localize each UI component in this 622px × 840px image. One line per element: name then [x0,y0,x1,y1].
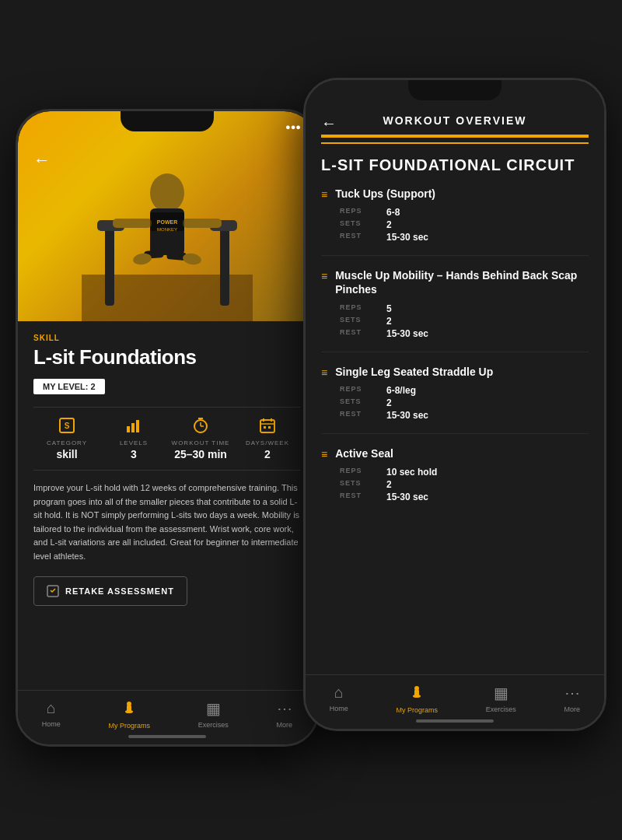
home-indicator-right [416,719,494,723]
programs-label-right: My Programs [397,706,439,714]
exercise-name-row-3: ≡ Single Leg Seated Straddle Up [321,365,589,379]
header-divider-thin [321,142,589,144]
svg-point-5 [150,173,184,212]
reps-label-1: REPS [340,207,386,218]
home-icon-right: ⌂ [334,684,344,702]
svg-rect-1 [105,228,114,306]
exercise-details-4: REPS 10 sec hold SETS 2 REST 15-30 sec [340,467,589,502]
home-indicator-left [128,735,206,738]
sets-value-2: 2 [386,316,589,327]
levels-icon [100,417,167,438]
svg-rect-7 [113,219,152,228]
exercise-list: ≡ Tuck Ups (Support) REPS 6-8 SETS 2 RES… [306,187,604,703]
levels-label: LEVELS [100,439,167,446]
time-label: WORKOUT TIME [167,439,234,446]
programs-label-left: My Programs [109,722,151,730]
phone-right-screen: ← WORKOUT OVERVIEW L-SIT FOUNDATIONAL CI… [306,80,604,729]
days-value: 2 [234,448,301,460]
sets-value-3: 2 [386,397,589,408]
svg-rect-19 [131,423,135,432]
exercise-item-1: ≡ Tuck Ups (Support) REPS 6-8 SETS 2 RES… [321,187,589,256]
svg-rect-18 [127,426,130,432]
content-area: SKILL L-sit Foundations MY LEVEL: 2 S CA… [18,321,316,618]
svg-rect-20 [136,420,139,432]
retake-label: RETAKE ASSESSMENT [65,586,174,596]
stat-days: DAYS/WEEK 2 [234,417,301,460]
exercises-icon-left: ▦ [206,699,221,718]
sets-label-1: SETS [340,219,386,230]
svg-point-37 [414,686,419,691]
home-label-left: Home [42,720,61,728]
svg-text:S: S [65,422,70,430]
rest-value-2: 15-30 sec [386,328,589,339]
reps-value-4: 10 sec hold [386,467,589,478]
sets-label-4: SETS [340,479,386,490]
programs-icon-right [408,682,425,703]
stat-levels: LEVELS 3 [100,417,167,460]
exercise-item-4: ≡ Active Seal REPS 10 sec hold SETS 2 RE… [321,446,589,515]
svg-point-34 [127,702,131,706]
exercise-name-row-4: ≡ Active Seal [321,446,589,460]
nav-more-right[interactable]: ⋯ More [564,684,581,713]
exercise-details-3: REPS 6-8/leg SETS 2 REST 15-30 sec [340,385,589,421]
exercise-name-row-1: ≡ Tuck Ups (Support) [321,187,589,201]
svg-rect-30 [268,426,271,429]
exercise-item-2: ≡ Muscle Up Mobility – Hands Behind Back… [321,268,589,352]
stats-row: S CATEGORY skill LEVELS 3 [33,407,301,471]
reps-value-3: 6-8/leg [386,385,589,396]
nav-programs-left[interactable]: My Programs [109,698,151,730]
notch-left [121,111,214,131]
menu-icon-2: ≡ [321,270,327,282]
exercise-name-3: Single Leg Seated Straddle Up [335,365,493,379]
nav-home-right[interactable]: ⌂ Home [330,684,348,712]
reps-label-3: REPS [340,385,386,396]
rest-value-3: 15-30 sec [386,410,589,421]
category-icon: S [33,417,100,438]
exercises-label-right: Exercises [486,705,516,713]
stat-workout-time: WORKOUT TIME 25–30 min [167,417,234,460]
exercise-name-row-2: ≡ Muscle Up Mobility – Hands Behind Back… [321,268,589,296]
back-button-right[interactable]: ← [321,114,337,132]
header-divider-thick [321,135,589,138]
phone-left: ●●● ← [16,109,319,747]
rest-label-4: REST [340,492,386,502]
exercise-name-4: Active Seal [335,446,393,460]
sets-value-4: 2 [386,479,589,490]
reps-value-1: 6-8 [386,207,589,218]
time-icon [167,417,234,438]
svg-rect-29 [264,426,266,429]
rest-value-1: 15-30 sec [386,232,589,243]
more-label-right: More [564,705,581,713]
home-label-right: Home [330,705,348,712]
workout-overview-title: WORKOUT OVERVIEW [321,114,589,127]
reps-value-2: 5 [386,303,589,314]
circuit-title: L-SIT FOUNDATIONAL CIRCUIT [306,156,604,174]
category-value: skill [33,448,100,460]
svg-rect-8 [183,219,222,228]
reps-label-4: REPS [340,467,386,478]
workout-title: L-sit Foundations [33,345,301,369]
menu-icon-3: ≡ [321,366,327,379]
nav-exercises-left[interactable]: ▦ Exercises [198,699,229,729]
sets-value-1: 2 [386,219,589,230]
rest-label-1: REST [340,232,386,243]
svg-text:MONKEY: MONKEY [157,227,177,232]
exercise-details-2: REPS 5 SETS 2 REST 15-30 sec [340,303,589,339]
nav-more-left[interactable]: ⋯ More [277,699,293,729]
retake-button[interactable]: RETAKE ASSESSMENT [33,576,187,606]
nav-programs-right[interactable]: My Programs [397,682,439,714]
back-button-left[interactable]: ← [33,150,51,170]
svg-rect-33 [127,705,131,712]
skill-label: SKILL [33,334,301,342]
sets-label-2: SETS [340,316,386,327]
more-icon-left: ⋯ [277,699,292,718]
phone-right: ← WORKOUT OVERVIEW L-SIT FOUNDATIONAL CI… [303,78,606,731]
nav-home-left[interactable]: ⌂ Home [42,699,61,728]
home-icon-left: ⌂ [47,699,56,717]
svg-rect-25 [260,420,274,432]
status-icons: ●●● [285,122,301,131]
days-icon [234,417,301,438]
more-label-left: More [277,721,293,729]
exercise-item-3: ≡ Single Leg Seated Straddle Up REPS 6-8… [321,365,589,434]
nav-exercises-right[interactable]: ▦ Exercises [486,684,516,713]
